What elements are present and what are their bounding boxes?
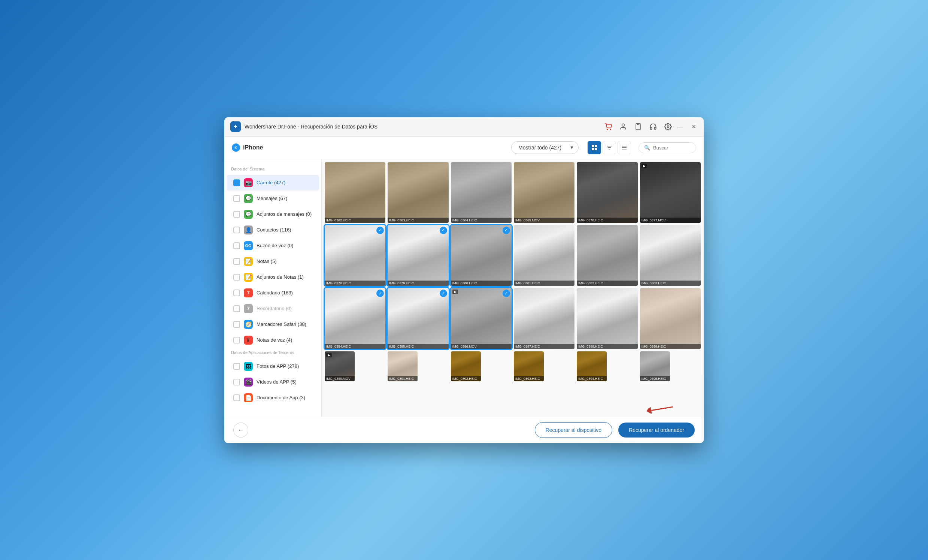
photo-cell-0386[interactable]: ▶ ✓ IMG_0386.MOV [451, 288, 511, 349]
minimize-button[interactable]: — [677, 123, 684, 130]
photo-cell-0395[interactable]: IMG_0395.HEIC [640, 351, 670, 381]
sidebar-item-notas-voz[interactable]: 🎙 Notas de voz (4) [227, 332, 319, 348]
photo-cell-0363[interactable]: IMG_0363.HEIC [388, 162, 448, 223]
photo-label-0370: IMG_0370.HEIC [577, 218, 637, 223]
photo-cell-0392[interactable]: IMG_0392.HEIC [451, 351, 481, 381]
photo-grid: IMG_0362.HEIC IMG_0363.HEIC IMG_0364.HEI… [325, 162, 701, 381]
sidebar-item-fotos-app[interactable]: 🖼 Fotos de APP (278) [227, 359, 319, 374]
sidebar-item-adjuntos-notas[interactable]: 📝 Adjuntos de Notas (1) [227, 269, 319, 285]
sidebar-item-adjuntos-mensajes-label: Adjuntos de mensajes (0) [256, 211, 312, 217]
filter-dropdown[interactable]: Mostrar todo (427) [511, 141, 578, 154]
sidebar-item-notas-voz-label: Notas de voz (4) [256, 337, 312, 343]
photo-label-0384: IMG_0384.HEIC [325, 344, 385, 349]
gear-icon[interactable] [664, 122, 672, 131]
notas-icon: 📝 [244, 257, 253, 266]
contactos-icon: 👤 [244, 226, 253, 235]
notas-voz-icon: 🎙 [244, 336, 253, 345]
photo-label-0386: IMG_0386.MOV [451, 344, 511, 349]
search-input[interactable] [653, 145, 691, 151]
user-icon[interactable] [619, 122, 627, 131]
recover-device-button[interactable]: Recuperar al dispositivo [535, 422, 612, 438]
svg-point-0 [607, 129, 608, 130]
cart-icon[interactable] [604, 122, 612, 131]
photo-cell-0365[interactable]: IMG_0365.MOV [514, 162, 574, 223]
photo-label-0363: IMG_0363.HEIC [388, 218, 448, 223]
photo-label-0394: IMG_0394.HEIC [577, 376, 607, 381]
marcadores-checkbox[interactable] [233, 321, 240, 328]
sidebar-item-calendario[interactable]: 7 Calendario (163) [227, 285, 319, 301]
system-data-title: Datos del Sistema [224, 165, 321, 174]
window-controls: — ✕ [677, 123, 698, 130]
photo-label-0392: IMG_0392.HEIC [451, 376, 481, 381]
photo-cell-0380[interactable]: ✓ IMG_0380.HEIC [451, 225, 511, 286]
carrete-checkbox[interactable]: − [233, 179, 240, 186]
photo-cell-0382[interactable]: IMG_0382.HEIC [577, 225, 637, 286]
sidebar-item-notas[interactable]: 📝 Notas (5) [227, 253, 319, 269]
svg-point-1 [611, 129, 611, 130]
photo-cell-0387[interactable]: IMG_0387.HEIC [514, 288, 574, 349]
app-title: Wondershare Dr.Fone - Recuperación de Da… [244, 124, 604, 130]
svg-rect-8 [595, 148, 597, 150]
photo-label-0388: IMG_0388.HEIC [577, 344, 637, 349]
photo-label-0387: IMG_0387.HEIC [514, 344, 574, 349]
videos-app-checkbox[interactable] [233, 379, 240, 385]
notas-voz-checkbox[interactable] [233, 337, 240, 343]
sidebar-item-carrete[interactable]: − 📷 Carrete (427) [227, 175, 319, 191]
photo-cell-0391[interactable]: IMG_0391.HEIC [388, 351, 418, 381]
recover-computer-button[interactable]: Recuperar al ordenador [618, 423, 695, 438]
photo-cell-0377[interactable]: ▶ IMG_0377.MOV [640, 162, 701, 223]
search-box: 🔍 [638, 142, 696, 153]
photo-label-0379: IMG_0379.HEIC [388, 281, 448, 286]
grid-view-button[interactable] [588, 141, 601, 154]
sidebar-item-mensajes-label: Mensajes (67) [256, 195, 312, 201]
sidebar-item-contactos[interactable]: 👤 Contactos (116) [227, 222, 319, 238]
photo-cell-0378[interactable]: ✓ IMG_0378.HEIC [325, 225, 385, 286]
sidebar-item-carrete-label: Carrete (427) [256, 180, 312, 185]
sidebar-item-recordatorio[interactable]: 7 Recordatorio (0) [227, 301, 319, 316]
adjuntos-notas-checkbox[interactable] [233, 274, 240, 281]
photo-cell-0385[interactable]: ✓ IMG_0385.HEIC [388, 288, 448, 349]
photo-cell-0394[interactable]: IMG_0394.HEIC [577, 351, 607, 381]
sidebar-item-adjuntos-mensajes[interactable]: 💬 Adjuntos de mensajes (0) [227, 206, 319, 222]
sidebar-item-buzon[interactable]: OO Buzón de voz (0) [227, 238, 319, 253]
footer-bar: ← Recuperar al dispositivo Recuperar al … [224, 417, 704, 443]
photo-cell-0384[interactable]: ✓ IMG_0384.HEIC [325, 288, 385, 349]
photo-cell-0362[interactable]: IMG_0362.HEIC [325, 162, 385, 223]
photo-label-0390: IMG_0390.MOV [325, 376, 355, 381]
photo-cell-0388[interactable]: IMG_0388.HEIC [577, 288, 637, 349]
photo-cell-0389[interactable]: IMG_0389.HEIC [640, 288, 701, 349]
doc-app-checkbox[interactable] [233, 394, 240, 401]
photo-cell-0364[interactable]: IMG_0364.HEIC [451, 162, 511, 223]
photo-cell-0383[interactable]: IMG_0383.HEIC [640, 225, 701, 286]
photo-cell-0393[interactable]: IMG_0393.HEIC [514, 351, 544, 381]
headset-icon[interactable] [649, 122, 657, 131]
list-view-button[interactable] [618, 141, 631, 154]
clipboard-icon[interactable] [634, 122, 642, 131]
title-bar: + Wondershare Dr.Fone - Recuperación de … [224, 117, 704, 137]
sidebar: Datos del Sistema − 📷 Carrete (427) 💬 Me… [224, 159, 322, 417]
photo-cell-0381[interactable]: IMG_0381.HEIC [514, 225, 574, 286]
sidebar-item-recordatorio-label: Recordatorio (0) [256, 306, 312, 311]
photo-label-0377: IMG_0377.MOV [640, 218, 701, 223]
photo-cell-0370[interactable]: IMG_0370.HEIC [577, 162, 637, 223]
sidebar-item-videos-app[interactable]: 🎬 Vídeos de APP (5) [227, 374, 319, 390]
photo-cell-0379[interactable]: ✓ IMG_0379.HEIC [388, 225, 448, 286]
close-button[interactable]: ✕ [690, 123, 698, 130]
buzon-checkbox[interactable] [233, 243, 240, 249]
fotos-app-checkbox[interactable] [233, 363, 240, 370]
sidebar-item-marcadores[interactable]: 🧭 Marcadores Safari (38) [227, 316, 319, 332]
sidebar-item-doc-app[interactable]: 📄 Documento de App (3) [227, 390, 319, 406]
adjuntos-mensajes-checkbox[interactable] [233, 211, 240, 218]
photo-cell-0390[interactable]: ▶ IMG_0390.MOV [325, 351, 355, 381]
photo-label-0362: IMG_0362.HEIC [325, 218, 385, 223]
mensajes-icon: 💬 [244, 194, 253, 203]
filter-view-button[interactable] [603, 141, 616, 154]
contactos-checkbox[interactable] [233, 227, 240, 233]
carrete-icon: 📷 [244, 178, 253, 187]
calendario-checkbox[interactable] [233, 290, 240, 296]
sidebar-item-mensajes[interactable]: 💬 Mensajes (67) [227, 191, 319, 206]
back-button[interactable]: ← [233, 423, 248, 438]
recordatorio-checkbox[interactable] [233, 305, 240, 312]
mensajes-checkbox[interactable] [233, 195, 240, 202]
notas-checkbox[interactable] [233, 258, 240, 265]
